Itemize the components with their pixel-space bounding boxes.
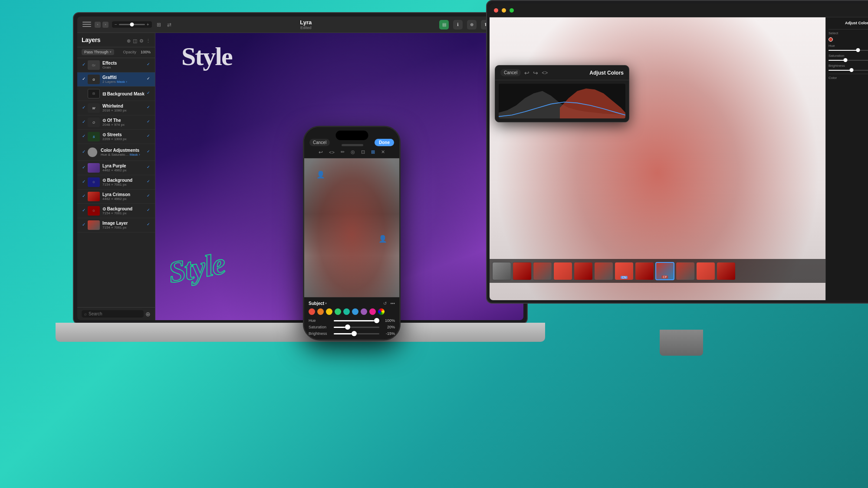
iphone-cancel-button[interactable]: Cancel	[309, 139, 330, 146]
search-input[interactable]	[89, 311, 141, 316]
iphone-more-icon[interactable]: •••	[390, 301, 395, 306]
iphone-subject-chevron[interactable]: ▾	[325, 301, 327, 305]
layer-item[interactable]: ⊟ ⊟ Background Mask ✓	[77, 87, 155, 101]
selection-icon[interactable]: ⊕	[467, 20, 477, 29]
layer-check-icon[interactable]: ✓	[145, 62, 151, 68]
thumbnail-item[interactable]	[594, 262, 613, 280]
layer-item[interactable]: ✓ Image Layer 7154 × 7061 px ✓	[77, 218, 155, 233]
layer-item[interactable]: ✓ O ⊙ Of The 2048 × 974 px ✓	[77, 115, 155, 130]
arrange-icon[interactable]: ⊞	[155, 21, 162, 28]
layer-item[interactable]: ✓ Gr Effects Grain ✓	[77, 58, 155, 72]
layer-item[interactable]: ✓ W Whirlwind 2016 × 1080 px ✓	[77, 101, 155, 115]
sidebar-toggle-button[interactable]	[82, 22, 91, 28]
iphone-saturation-slider[interactable]	[334, 327, 379, 328]
layer-visibility-check[interactable]: ✓	[81, 179, 87, 185]
monitor-saturation-slider[interactable]	[829, 60, 868, 61]
layer-check-icon[interactable]: ✓	[145, 179, 151, 185]
layer-visibility-check[interactable]: ✓	[81, 119, 87, 125]
thumbnail-item[interactable]	[635, 262, 654, 280]
layer-item[interactable]: ✓ ⊙ ⊙ Background 7154 × 7061 px ✓	[77, 204, 155, 218]
ac-cancel-btn[interactable]: Cancel	[500, 69, 521, 76]
iphone-selection-icon[interactable]: ◎	[351, 149, 355, 155]
layer-check-icon[interactable]: ✓	[145, 105, 151, 111]
ac-redo-icon[interactable]: ↪	[533, 69, 538, 76]
layer-check-icon[interactable]: ✓	[145, 76, 151, 82]
thumbnail-item[interactable]	[696, 262, 715, 280]
thumbnail-item[interactable]	[533, 262, 552, 280]
ac-undo-icon[interactable]: ↩	[524, 69, 529, 76]
layer-item[interactable]: ✓ S ⊙ Streets 2209 × 1303 px ✓	[77, 130, 155, 144]
layer-check-icon[interactable]: ✓	[145, 91, 151, 97]
back-arrow-button[interactable]: ‹	[95, 22, 101, 28]
layer-check-icon[interactable]: ✓	[145, 222, 151, 228]
thumbnail-item[interactable]	[492, 262, 511, 280]
layer-visibility-check[interactable]: ✓	[81, 105, 87, 111]
layer-item[interactable]: ✓ Lyra Purple 4462 × 4962 px ✓	[77, 161, 155, 175]
minimize-dot[interactable]	[502, 8, 506, 13]
color-swatch-yellow[interactable]	[326, 308, 332, 315]
layer-check-icon[interactable]: ✓	[145, 193, 151, 200]
blend-mode-selector[interactable]: Pass Through ▾	[82, 49, 114, 55]
layer-check-icon[interactable]: ✓	[145, 165, 151, 171]
iphone-reset-icon[interactable]: ↺	[383, 301, 387, 306]
iphone-crop-icon[interactable]: ⊡	[361, 149, 365, 155]
layers-add-icon[interactable]: ⊕	[127, 38, 131, 44]
layer-visibility-check[interactable]: ✓	[81, 165, 87, 171]
layer-visibility-check[interactable]: ✓	[81, 222, 87, 228]
layer-check-icon[interactable]: ✓	[145, 208, 151, 214]
iphone-grid-icon[interactable]: ⊞	[371, 149, 375, 155]
thumbnail-item[interactable]	[574, 262, 593, 280]
iphone-brush-icon[interactable]: ✏	[341, 149, 345, 155]
ac-code-icon[interactable]: <>	[542, 70, 548, 76]
color-swatch-pink[interactable]	[369, 308, 376, 315]
thumbnail-item[interactable]	[717, 262, 736, 280]
color-swatch-teal[interactable]	[343, 308, 350, 315]
color-swatch-green[interactable]	[335, 308, 341, 315]
thumbnail-item-active[interactable]: CF	[655, 262, 674, 280]
zoom-minus-icon[interactable]: −	[115, 22, 117, 27]
layers-add-button[interactable]: ⊕	[145, 311, 151, 318]
layer-check-icon[interactable]: ✓	[145, 134, 151, 140]
iphone-code-icon[interactable]: <>	[329, 150, 335, 155]
layer-visibility-check[interactable]: ✓	[81, 208, 87, 214]
layers-icon[interactable]: ▤	[439, 20, 449, 29]
layer-check-icon[interactable]: ✓	[145, 149, 151, 155]
maximize-dot[interactable]	[510, 8, 514, 13]
iphone-undo-icon[interactable]: ↩	[319, 149, 323, 155]
zoom-slider[interactable]	[119, 24, 145, 25]
color-swatch-red[interactable]	[309, 308, 315, 315]
color-select-swatch[interactable]	[829, 37, 833, 42]
iphone-done-button[interactable]: Done	[375, 139, 394, 146]
layer-visibility-check[interactable]: ✓	[81, 134, 87, 140]
layer-check-icon[interactable]: ✓	[145, 119, 151, 125]
color-swatch-blue[interactable]	[352, 308, 358, 315]
layers-more-icon[interactable]: ⋮	[146, 38, 151, 44]
thumbnail-item[interactable]: CN	[615, 262, 634, 280]
monitor-brightness-slider[interactable]	[829, 70, 868, 71]
iphone-hue-slider[interactable]	[334, 320, 379, 321]
layer-visibility-check[interactable]: ✓	[81, 62, 87, 68]
layer-visibility-check[interactable]: ✓	[81, 149, 87, 155]
iphone-close-icon[interactable]: ✕	[381, 149, 385, 155]
zoom-plus-icon[interactable]: +	[147, 22, 149, 27]
iphone-canvas-area[interactable]: 👤 👤	[304, 158, 399, 297]
layer-visibility-check[interactable]: ✓	[81, 193, 87, 200]
color-swatch-orange[interactable]	[317, 308, 324, 315]
info-icon[interactable]: ℹ	[453, 20, 463, 29]
color-swatch-purple[interactable]	[361, 308, 367, 315]
close-dot[interactable]	[494, 8, 498, 13]
layer-item[interactable]: ✓ Color Adjustments Hue & Saturatio… Mas…	[77, 144, 155, 161]
layer-item[interactable]: ✓ G Graffiti 2 Layers Mask › ✓	[77, 72, 155, 87]
forward-arrow-button[interactable]: ›	[102, 22, 108, 28]
monitor-hue-slider[interactable]	[829, 50, 868, 51]
transform-icon[interactable]: ⇄	[166, 21, 173, 28]
layers-settings-icon[interactable]: ⚙	[139, 38, 144, 44]
thumbnail-item[interactable]	[513, 262, 532, 280]
layer-visibility-check[interactable]: ✓	[81, 76, 87, 82]
color-swatch-all[interactable]	[378, 308, 385, 315]
iphone-brightness-slider[interactable]	[334, 333, 379, 334]
layer-item[interactable]: ✓ Lyra Crimson 4462 × 4962 px ✓	[77, 190, 155, 204]
layers-sort-icon[interactable]: ◫	[133, 38, 137, 44]
layer-item[interactable]: ✓ ⊙ ⊙ Background 7154 × 7061 px ✓	[77, 175, 155, 190]
thumbnail-item[interactable]	[553, 262, 572, 280]
